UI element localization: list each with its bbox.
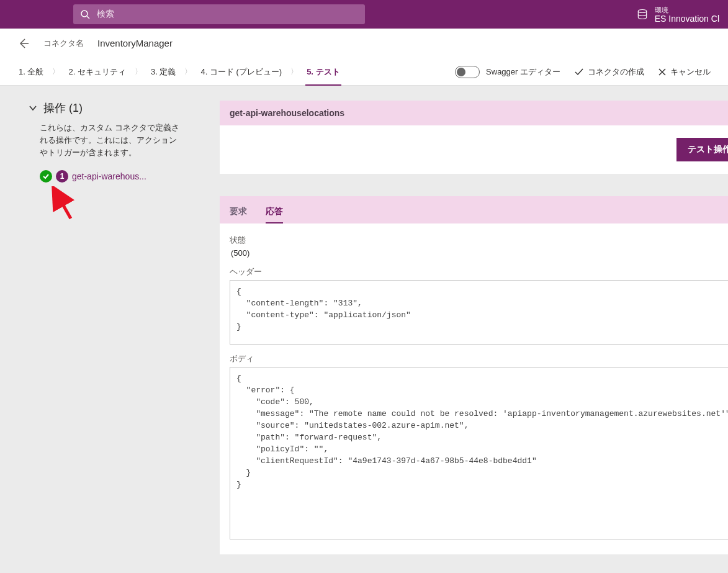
check-icon <box>574 67 584 77</box>
chevron-right-icon: 〉 <box>184 66 192 77</box>
toggle-switch[interactable] <box>455 66 480 78</box>
wizard-tab-general[interactable]: 1. 全般 <box>17 66 45 78</box>
chevron-right-icon: 〉 <box>135 66 142 77</box>
env-name: ES Innovation Cl <box>655 14 719 23</box>
wizard-tabs-bar: 1. 全般 〉 2. セキュリティ 〉 3. 定義 〉 4. コード (プレビュ… <box>0 58 728 86</box>
subtab-request[interactable]: 要求 <box>230 206 247 223</box>
operations-sidebar: 操作 (1) これらは、カスタム コネクタで定義される操作です。これには、アクシ… <box>15 101 201 223</box>
svg-line-1 <box>87 16 89 19</box>
create-connector-label: コネクタの作成 <box>588 66 644 78</box>
test-operation-button[interactable]: テスト操作 <box>676 138 728 161</box>
connector-name-value: InventoryManager <box>97 38 173 48</box>
operations-description: これらは、カスタム コネクタで定義される操作です。これには、アクションやトリガー… <box>40 122 182 159</box>
search-icon <box>79 9 91 19</box>
operations-heading-text: 操作 (1) <box>43 101 83 115</box>
body-box[interactable]: { "error": { "code": 500, "message": "Th… <box>230 367 728 539</box>
headers-label: ヘッダー <box>230 266 728 277</box>
svg-line-6 <box>55 190 71 219</box>
response-panel: 要求 応答 状態 (500) ヘッダー { "content-length": … <box>220 196 728 554</box>
wizard-tab-definition[interactable]: 3. 定義 <box>150 66 177 78</box>
search-placeholder: 検索 <box>97 9 114 20</box>
status-value: (500) <box>231 248 728 258</box>
close-icon <box>658 68 667 76</box>
headers-box[interactable]: { "content-length": "313", "content-type… <box>230 280 728 345</box>
wizard-tab-security[interactable]: 2. セキュリティ <box>67 66 127 78</box>
operation-item[interactable]: 1 get-api-warehous... <box>40 170 201 183</box>
operation-count-badge: 1 <box>56 170 68 183</box>
search-box[interactable]: 検索 <box>73 4 365 24</box>
status-label: 状態 <box>230 235 728 246</box>
swagger-editor-toggle[interactable]: Swagger エディター <box>455 66 560 78</box>
connector-header: コネクタ名 InventoryManager <box>0 29 728 58</box>
toggle-knob <box>457 68 465 76</box>
environment-icon <box>636 8 649 20</box>
operation-panel-title: get-api-warehouselocations <box>220 101 728 125</box>
status-ok-icon <box>40 170 52 183</box>
operation-panel: get-api-warehouselocations テスト操作 <box>220 101 728 174</box>
svg-point-2 <box>638 10 646 13</box>
connector-name-label: コネクタ名 <box>43 38 84 49</box>
cancel-label: キャンセル <box>670 66 711 78</box>
subtab-response[interactable]: 応答 <box>266 206 283 223</box>
swagger-editor-label: Swagger エディター <box>486 66 560 78</box>
environment-picker[interactable]: 環境 ES Innovation Cl <box>636 6 719 23</box>
env-label: 環境 <box>655 6 719 14</box>
operations-heading[interactable]: 操作 (1) <box>29 101 201 115</box>
annotation-arrow <box>51 186 201 223</box>
back-arrow-icon <box>17 37 30 50</box>
back-button[interactable] <box>17 37 30 50</box>
body-label: ボディ <box>230 353 728 364</box>
wizard-tab-code[interactable]: 4. コード (プレビュー) <box>199 66 283 78</box>
chevron-right-icon: 〉 <box>290 66 298 77</box>
svg-point-0 <box>81 11 88 17</box>
chevron-down-icon <box>29 104 37 112</box>
cancel-button[interactable]: キャンセル <box>658 66 711 78</box>
app-topbar: 検索 環境 ES Innovation Cl <box>0 0 728 29</box>
wizard-tab-test[interactable]: 5. テスト <box>305 66 341 78</box>
operation-name: get-api-warehous... <box>72 171 146 181</box>
create-connector-button[interactable]: コネクタの作成 <box>574 66 644 78</box>
chevron-right-icon: 〉 <box>52 66 60 77</box>
